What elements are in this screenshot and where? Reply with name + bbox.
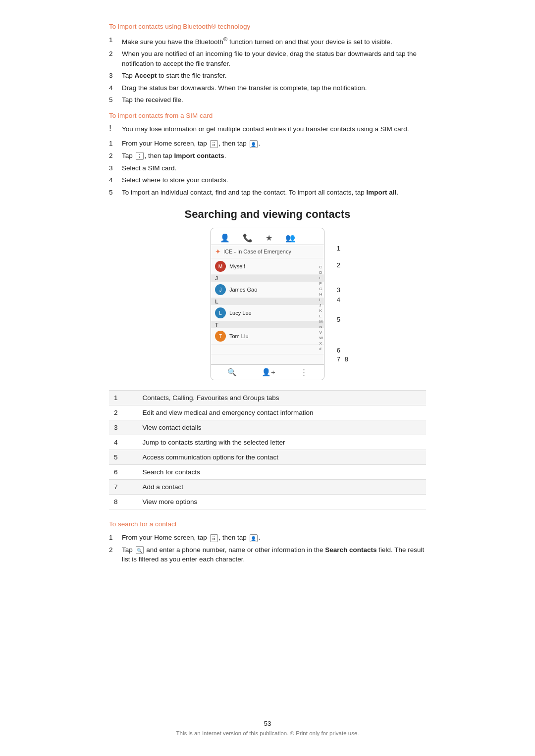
desc-row-7: 7 Add a contact	[109, 480, 426, 495]
phone-mockup: 👤 📞 ★ 👥 ✦ ICE - In Case of Emergency	[211, 228, 324, 380]
ice-row: ✦ ICE - In Case of Emergency	[211, 245, 324, 258]
search-step-1: 1 From your Home screen, tap ⠿, then tap…	[109, 533, 426, 543]
page-footer: 53 This is an Internet version of this p…	[0, 720, 535, 736]
sim-warning-row: ! You may lose information or get multip…	[109, 124, 426, 134]
desc-text-7: Add a contact	[137, 480, 426, 495]
desc-num-4: 4	[109, 435, 137, 450]
phone-mockup-wrapper: 👤 📞 ★ 👥 ✦ ICE - In Case of Emergency	[109, 228, 426, 380]
desc-num-1: 1	[109, 391, 137, 405]
contact-lucy-lee: L Lucy Lee	[211, 305, 324, 321]
search-section-title: To search for a contact	[109, 520, 426, 528]
desc-text-4: Jump to contacts starting with the selec…	[137, 435, 426, 450]
desc-text-3: View contact details	[137, 420, 426, 435]
contact-james-gao: J James Gao	[211, 282, 324, 298]
desc-num-7: 7	[109, 480, 137, 495]
desc-text-2: Edit and view medical and emergency cont…	[137, 405, 426, 420]
tab-favourites-icon: ★	[262, 231, 276, 245]
callout-8: 8	[345, 355, 348, 363]
myself-avatar: M	[215, 261, 226, 272]
callout-7: 7	[337, 355, 340, 363]
search-icon: 🔍	[136, 546, 144, 554]
desc-row-5: 5 Access communication options for the c…	[109, 450, 426, 465]
james-avatar: J	[215, 284, 226, 295]
contacts-icon-2: 👤	[250, 534, 258, 542]
desc-row-3: 3 View contact details	[109, 420, 426, 435]
desc-text-1: Contacts, Calling, Favourites and Groups…	[137, 391, 426, 405]
desc-num-5: 5	[109, 450, 137, 465]
tab-groups-icon: 👥	[281, 231, 299, 245]
bluetooth-step-4: 4 Drag the status bar downwards. When th…	[109, 83, 426, 93]
bluetooth-step-2: 2 When you are notified of an incoming f…	[109, 49, 426, 68]
searching-section-heading: Searching and viewing contacts	[109, 208, 426, 221]
letter-l: L	[211, 298, 324, 305]
warning-icon: !	[109, 123, 122, 134]
footer-note: This is an Internet version of this publ…	[0, 730, 535, 736]
desc-row-2: 2 Edit and view medical and emergency co…	[109, 405, 426, 420]
callout-4: 4	[337, 296, 340, 303]
phone-callout-area: 👤 📞 ★ 👥 ✦ ICE - In Case of Emergency	[211, 228, 324, 380]
callout-1: 1	[337, 245, 340, 252]
callout-5: 5	[337, 316, 340, 323]
sim-step-2: 2 Tap ⋮, then tap Import contacts.	[109, 151, 426, 161]
lucy-label: Lucy Lee	[229, 310, 252, 316]
empty-row-1	[211, 345, 324, 354]
tab-contacts-icon: 👤	[216, 231, 234, 245]
grid-icon: ⠿	[210, 140, 218, 148]
desc-row-1: 1 Contacts, Calling, Favourites and Grou…	[109, 391, 426, 405]
sim-steps-list: 1 From your Home screen, tap ⠿, then tap…	[109, 139, 426, 197]
ice-label: ICE - In Case of Emergency	[223, 249, 291, 254]
desc-text-8: View more options	[137, 495, 426, 509]
myself-label: Myself	[229, 263, 245, 269]
empty-row-2	[211, 354, 324, 364]
bluetooth-step-5: 5 Tap the received file.	[109, 95, 426, 105]
search-steps-list: 1 From your Home screen, tap ⠿, then tap…	[109, 533, 426, 564]
bottom-bar: 🔍 👤+ ⋮	[211, 364, 324, 380]
tabs-bar: 👤 📞 ★ 👥	[211, 228, 324, 245]
sim-step-5: 5 To import an individual contact, find …	[109, 188, 426, 198]
bluetooth-section-title: To import contacts using Bluetooth® tech…	[109, 23, 426, 30]
callout-2: 2	[337, 261, 340, 269]
james-label: James Gao	[229, 287, 257, 293]
search-step-2: 2 Tap 🔍 and enter a phone number, name o…	[109, 545, 426, 564]
contact-myself: M Myself	[211, 258, 324, 275]
callout-6: 6	[337, 347, 340, 354]
bluetooth-steps-list: 1 Make sure you have the Bluetooth® func…	[109, 35, 426, 105]
desc-row-6: 6 Search for contacts	[109, 465, 426, 480]
search-bottom-icon: 🔍	[227, 368, 237, 377]
add-bottom-icon: 👤+	[262, 368, 275, 377]
contact-tom-liu: T Tom Liu	[211, 328, 324, 345]
callout-3: 3	[337, 286, 340, 294]
description-table: 1 Contacts, Calling, Favourites and Grou…	[109, 390, 426, 509]
page-number: 53	[0, 720, 535, 727]
sim-section-title: To import contacts from a SIM card	[109, 112, 426, 119]
desc-num-3: 3	[109, 420, 137, 435]
contact-list: ✦ ICE - In Case of Emergency M Myself J	[211, 245, 324, 364]
sim-warning-text: You may lose information or get multiple…	[122, 124, 409, 134]
side-index: C D E F G H I J K L M N V	[319, 265, 323, 351]
desc-num-8: 8	[109, 495, 137, 509]
sim-step-3: 3 Select a SIM card.	[109, 163, 426, 173]
desc-row-4: 4 Jump to contacts starting with the sel…	[109, 435, 426, 450]
letter-j: J	[211, 275, 324, 282]
lucy-avatar: L	[215, 307, 226, 318]
desc-text-6: Search for contacts	[137, 465, 426, 480]
bluetooth-step-1: 1 Make sure you have the Bluetooth® func…	[109, 35, 426, 47]
desc-text-5: Access communication options for the con…	[137, 450, 426, 465]
ice-icon: ✦	[215, 248, 221, 255]
phone-screen: 👤 📞 ★ 👥 ✦ ICE - In Case of Emergency	[211, 228, 324, 380]
more-bottom-icon: ⋮	[300, 368, 308, 377]
letter-t: T	[211, 321, 324, 328]
tab-calling-icon: 📞	[239, 231, 257, 245]
tom-label: Tom Liu	[229, 333, 249, 339]
desc-row-8: 8 View more options	[109, 495, 426, 509]
desc-num-2: 2	[109, 405, 137, 420]
desc-num-6: 6	[109, 465, 137, 480]
tom-avatar: T	[215, 331, 226, 342]
apps-icon: ⠿	[210, 534, 218, 542]
sim-step-1: 1 From your Home screen, tap ⠿, then tap…	[109, 139, 426, 149]
more-icon: ⋮	[136, 152, 144, 160]
sim-step-4: 4 Select where to store your contacts.	[109, 175, 426, 185]
bluetooth-step-3: 3 Tap Accept to start the file transfer.	[109, 71, 426, 81]
contacts-icon: 👤	[250, 140, 258, 148]
